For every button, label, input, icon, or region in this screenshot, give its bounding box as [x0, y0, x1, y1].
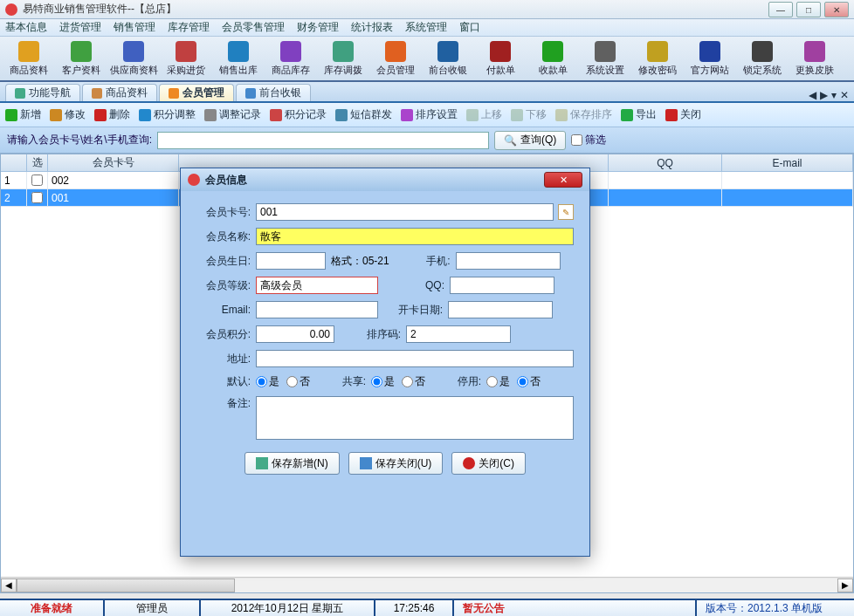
action-adjust-log[interactable]: 调整记录 [204, 107, 261, 122]
action-delete[interactable]: 删除 [94, 107, 130, 122]
action-edit[interactable]: 修改 [50, 107, 86, 122]
toolbar-1[interactable]: 客户资料 [56, 38, 107, 79]
action-add[interactable]: 新增 [5, 107, 41, 122]
arrow-down-icon [511, 109, 523, 121]
label-birthday: 会员生日: [196, 254, 251, 269]
input-email[interactable] [256, 301, 378, 318]
input-qq[interactable] [450, 277, 554, 294]
label-phone: 手机: [405, 254, 451, 269]
action-points-log[interactable]: 积分记录 [270, 107, 327, 122]
dialog-title-bar[interactable]: 会员信息 ✕ [181, 168, 589, 191]
scroll-left-icon[interactable]: ◀ [1, 578, 17, 592]
input-sortcode[interactable] [406, 325, 511, 343]
radio-default-yes[interactable] [256, 376, 267, 387]
scroll-right-icon[interactable]: ▶ [837, 578, 853, 592]
action-sort-setting[interactable]: 排序设置 [401, 107, 458, 122]
dialog-icon [188, 174, 200, 186]
maximize-button[interactable]: □ [796, 2, 821, 17]
menu-system[interactable]: 系统管理 [405, 20, 447, 35]
save-new-button[interactable]: 保存新增(N) [244, 452, 340, 475]
filter-checkbox[interactable] [571, 134, 582, 146]
toolbar-label: 更换皮肤 [795, 64, 834, 77]
input-phone[interactable] [456, 252, 561, 270]
action-export[interactable]: 导出 [621, 107, 657, 122]
toolbar-14[interactable]: 锁定系统 [737, 38, 788, 79]
search-bar: 请输入会员卡号\姓名\手机查询: 🔍查询(Q) 筛选 [0, 127, 854, 154]
toolbar-7[interactable]: 会员管理 [370, 38, 421, 79]
action-move-down[interactable]: 下移 [511, 107, 547, 122]
tab-close-all[interactable]: ✕ [840, 89, 849, 101]
input-birthday[interactable] [256, 252, 326, 270]
toolbar-4[interactable]: 销售出库 [213, 38, 264, 79]
input-opendate[interactable] [448, 301, 553, 318]
label-email: Email: [196, 304, 251, 316]
toolbar-12[interactable]: 修改密码 [632, 38, 683, 79]
menu-window[interactable]: 窗口 [459, 20, 480, 35]
row-checkbox[interactable] [31, 192, 43, 203]
menu-basic[interactable]: 基本信息 [5, 20, 47, 35]
toolbar-2[interactable]: 供应商资料 [108, 38, 159, 79]
action-points-adjust[interactable]: 积分调整 [139, 107, 196, 122]
menu-stock[interactable]: 库存管理 [168, 20, 210, 35]
save-new-icon [256, 457, 268, 469]
tab-products[interactable]: 商品资料 [82, 84, 157, 101]
edit-icon[interactable]: ✎ [558, 204, 574, 220]
col-select[interactable]: 选 [27, 154, 48, 171]
menu-sales[interactable]: 销售管理 [114, 20, 155, 35]
save-close-button[interactable]: 保存关闭(U) [348, 452, 444, 475]
dialog-close-button[interactable]: ✕ [544, 172, 582, 188]
toolbar-9[interactable]: 付款单 [475, 38, 526, 79]
tab-nav-right[interactable]: ▶ [820, 89, 828, 101]
tab-members[interactable]: 会员管理 [159, 84, 234, 101]
input-points[interactable] [256, 325, 334, 343]
input-level[interactable] [256, 277, 378, 294]
label-default: 默认: [196, 374, 251, 389]
toolbar-0[interactable]: 商品资料 [3, 38, 54, 79]
col-qq[interactable]: QQ [609, 154, 722, 171]
scroll-thumb[interactable] [17, 578, 235, 592]
row-index: 1 [1, 172, 27, 188]
toolbar-8[interactable]: 前台收银 [423, 38, 473, 79]
input-addr[interactable] [256, 350, 574, 367]
tab-pos[interactable]: 前台收银 [236, 84, 311, 101]
menu-report[interactable]: 统计报表 [351, 20, 393, 35]
tab-menu-icon[interactable]: ▾ [831, 89, 837, 101]
toolbar-5[interactable]: 商品库存 [265, 38, 316, 79]
tab-nav[interactable]: 功能导航 [5, 84, 80, 101]
input-remark[interactable] [256, 396, 574, 440]
toolbar-6[interactable]: 库存调拨 [318, 38, 368, 79]
menu-finance[interactable]: 财务管理 [297, 20, 339, 35]
row-index: 2 [1, 189, 27, 206]
radio-disable-yes[interactable] [486, 376, 498, 387]
toolbar-15[interactable]: 更换皮肤 [789, 38, 840, 79]
menu-member-retail[interactable]: 会员零售管理 [222, 20, 285, 35]
input-card[interactable] [256, 203, 554, 221]
tab-nav-left[interactable]: ◀ [809, 89, 816, 101]
action-close[interactable]: 关闭 [665, 107, 701, 122]
toolbar-10[interactable]: 收款单 [527, 38, 578, 79]
toolbar-label: 客户资料 [62, 64, 100, 77]
horizontal-scrollbar[interactable]: ◀ ▶ [1, 577, 853, 592]
row-checkbox[interactable] [31, 175, 43, 186]
radio-disable-no[interactable] [517, 376, 528, 387]
search-button[interactable]: 🔍查询(Q) [494, 131, 566, 150]
action-move-up[interactable]: 上移 [466, 107, 502, 122]
col-index [1, 154, 27, 171]
close-button[interactable]: ✕ [824, 2, 849, 17]
col-card[interactable]: 会员卡号 [48, 154, 179, 171]
action-save-sort[interactable]: 保存排序 [555, 107, 612, 122]
radio-default-no[interactable] [286, 376, 298, 387]
radio-share-no[interactable] [402, 376, 413, 387]
toolbar-11[interactable]: 系统设置 [580, 38, 630, 79]
search-input[interactable] [157, 132, 489, 149]
radio-share-yes[interactable] [371, 376, 382, 387]
dialog-cancel-button[interactable]: 关闭(C) [451, 452, 526, 475]
menu-purchase[interactable]: 进货管理 [59, 20, 101, 35]
minimize-button[interactable]: — [768, 2, 793, 17]
col-email[interactable]: E-mail [722, 154, 853, 171]
action-sms[interactable]: 短信群发 [335, 107, 392, 122]
toolbar-13[interactable]: 官方网站 [685, 38, 735, 79]
sort-icon [401, 109, 413, 121]
input-name[interactable] [256, 228, 574, 245]
toolbar-3[interactable]: 采购进货 [161, 38, 211, 79]
